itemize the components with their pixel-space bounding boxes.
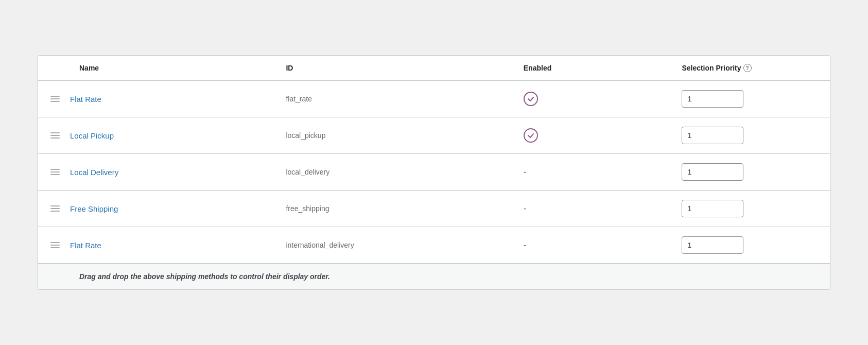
method-name-link[interactable]: Free Shipping bbox=[70, 204, 118, 213]
priority-input[interactable] bbox=[682, 90, 743, 108]
footer-note: Drag and drop the above shipping methods… bbox=[79, 272, 330, 281]
method-id: international_delivery bbox=[286, 241, 354, 249]
method-name-link[interactable]: Local Pickup bbox=[70, 131, 114, 140]
method-id: free_shipping bbox=[286, 204, 329, 213]
enabled-check bbox=[524, 92, 662, 106]
header-name: Name bbox=[38, 56, 275, 81]
method-name-link[interactable]: Flat Rate bbox=[70, 241, 101, 250]
header-id: ID bbox=[275, 56, 513, 81]
header-priority: Selection Priority ? bbox=[671, 56, 830, 81]
method-id: local_pickup bbox=[286, 131, 325, 140]
header-enabled: Enabled bbox=[513, 56, 672, 81]
table-row: Flat Rate flat_rate bbox=[38, 81, 830, 117]
method-name-link[interactable]: Local Delivery bbox=[70, 168, 118, 177]
enabled-check bbox=[524, 128, 662, 143]
drag-handle[interactable] bbox=[48, 94, 62, 104]
drag-handle[interactable] bbox=[48, 240, 62, 250]
priority-input[interactable] bbox=[682, 163, 743, 181]
table-row: Local Delivery local_delivery- bbox=[38, 154, 830, 191]
check-circle-icon bbox=[524, 128, 538, 143]
priority-help-icon[interactable]: ? bbox=[743, 64, 752, 72]
enabled-dash: - bbox=[524, 167, 527, 177]
table-row: Local Pickup local_pickup bbox=[38, 117, 830, 154]
drag-handle[interactable] bbox=[48, 203, 62, 214]
method-name-link[interactable]: Flat Rate bbox=[70, 95, 101, 104]
shipping-methods-table: Name ID Enabled Selection Priority ? bbox=[38, 55, 830, 290]
table-header-row: Name ID Enabled Selection Priority ? bbox=[38, 56, 830, 81]
table-footer: Drag and drop the above shipping methods… bbox=[38, 263, 830, 289]
enabled-dash: - bbox=[524, 240, 527, 250]
priority-input[interactable] bbox=[682, 127, 743, 144]
table-row: Free Shipping free_shipping- bbox=[38, 191, 830, 227]
drag-handle[interactable] bbox=[48, 130, 62, 141]
enabled-dash: - bbox=[524, 203, 527, 214]
priority-input[interactable] bbox=[682, 200, 743, 217]
table-row: Flat Rate international_delivery- bbox=[38, 227, 830, 264]
method-id: local_delivery bbox=[286, 168, 329, 176]
priority-input[interactable] bbox=[682, 236, 743, 254]
check-circle-icon bbox=[524, 92, 538, 106]
drag-handle[interactable] bbox=[48, 167, 62, 177]
method-id: flat_rate bbox=[286, 95, 312, 103]
